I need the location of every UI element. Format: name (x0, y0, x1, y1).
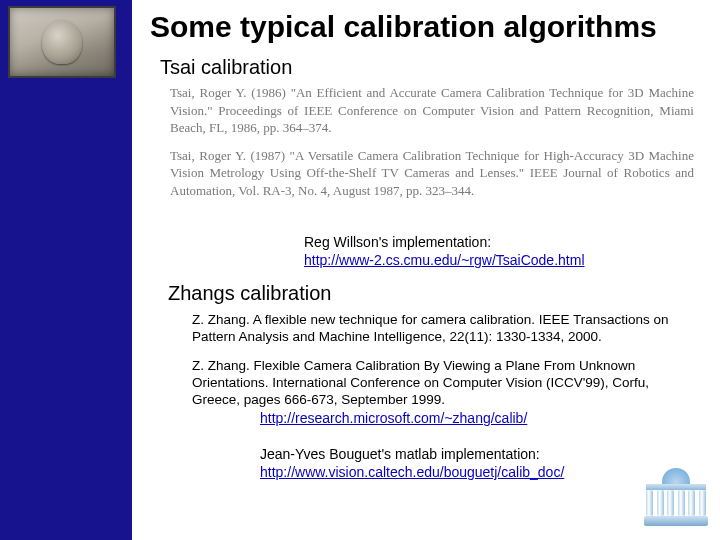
left-color-band (0, 0, 132, 540)
header-logo (8, 6, 116, 78)
zhang-heading: Zhangs calibration (168, 282, 331, 305)
column-icon (646, 490, 653, 516)
bouguet-label: Jean-Yves Bouguet's matlab implementatio… (260, 446, 540, 462)
tsai-citations-image: Tsai, Roger Y. (1986) "An Efficient and … (170, 84, 694, 209)
column-icon (657, 490, 664, 516)
reg-willson-link[interactable]: http://www-2.cs.cmu.edu/~rgw/TsaiCode.ht… (304, 252, 585, 268)
tsai-heading: Tsai calibration (160, 56, 292, 79)
columns-icon (646, 490, 706, 516)
column-icon (699, 490, 706, 516)
microsoft-link[interactable]: http://research.microsoft.com/~zhang/cal… (260, 410, 527, 426)
column-icon (678, 490, 685, 516)
zhang-citation-2: Z. Zhang. Flexible Camera Calibration By… (192, 358, 700, 409)
zhang-citations: Z. Zhang. A flexible new technique for c… (192, 312, 700, 420)
relief-face-icon (42, 20, 82, 64)
reg-willson-block: Reg Willson's implementation: http://www… (304, 234, 585, 268)
slide: Some typical calibration algorithms Tsai… (0, 0, 720, 540)
bouguet-link[interactable]: http://www.vision.caltech.edu/bouguetj/c… (260, 464, 564, 480)
column-icon (688, 490, 695, 516)
footer-temple-logo (644, 468, 708, 528)
column-icon (667, 490, 674, 516)
dome-icon (662, 468, 690, 484)
zhang-citation-1: Z. Zhang. A flexible new technique for c… (192, 312, 700, 346)
slide-title: Some typical calibration algorithms (150, 10, 657, 44)
reg-willson-label: Reg Willson's implementation: (304, 234, 491, 250)
bouguet-block: Jean-Yves Bouguet's matlab implementatio… (260, 446, 564, 480)
tsai-citation-2: Tsai, Roger Y. (1987) "A Versatile Camer… (170, 147, 694, 200)
tsai-citation-1: Tsai, Roger Y. (1986) "An Efficient and … (170, 84, 694, 137)
content-area: Some typical calibration algorithms Tsai… (132, 0, 720, 540)
base-icon (644, 516, 708, 526)
